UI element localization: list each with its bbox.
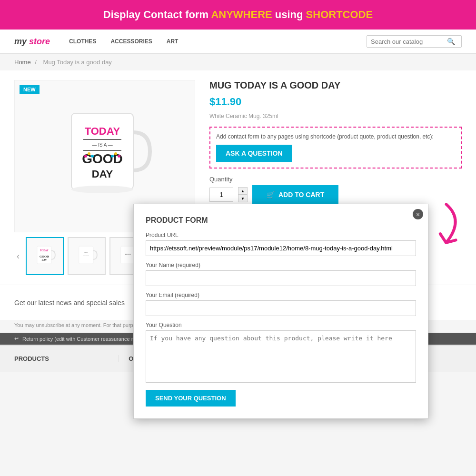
svg-point-9 xyxy=(88,152,90,155)
modal-title: PRODUCT FORM xyxy=(146,216,416,225)
svg-rect-18 xyxy=(79,246,93,264)
svg-text:BEST: BEST xyxy=(85,252,88,253)
svg-text:DAY: DAY xyxy=(92,168,113,180)
svg-point-11 xyxy=(111,155,114,158)
svg-point-1 xyxy=(71,186,133,193)
logo[interactable]: my store xyxy=(14,37,50,47)
svg-text:DAY: DAY xyxy=(42,258,47,261)
nav-clothes[interactable]: CLOTHES xyxy=(69,38,96,45)
new-badge: NEW xyxy=(20,85,40,94)
qty-down-arrow[interactable]: ▼ xyxy=(238,195,248,202)
form-group-email: Your Email (required) xyxy=(146,292,416,316)
modal-close-button[interactable]: × xyxy=(413,209,423,219)
svg-point-10 xyxy=(91,155,94,158)
product-form-modal: × PRODUCT FORM Product URL Your Name (re… xyxy=(133,204,428,419)
svg-text:TODAY: TODAY xyxy=(40,249,49,252)
send-question-button[interactable]: SEND YOUR QUESTION xyxy=(146,390,236,407)
return-text: Return policy (edit with Customer reassu… xyxy=(22,336,146,342)
footer-col-products: PRODUCTS xyxy=(14,355,119,362)
form-group-url: Product URL xyxy=(146,232,416,256)
svg-point-13 xyxy=(118,155,120,158)
product-title: MUG TODAY IS A GOOD DAY xyxy=(209,80,462,91)
qty-up-arrow[interactable]: ▲ xyxy=(238,187,248,195)
mug-svg: TODAY — IS A — GOOD DAY xyxy=(57,94,152,218)
thumbnail-2[interactable]: BESTTO COME xyxy=(68,237,106,275)
shortcode-text: Add contact form to any pages using shor… xyxy=(216,133,455,140)
header: my store CLOTHES ACCESSORIES ART 🔍 xyxy=(0,30,476,54)
svg-point-12 xyxy=(114,152,117,155)
banner-highlight2: SHORTCODE xyxy=(306,9,373,20)
field-input-url[interactable] xyxy=(146,240,416,256)
add-to-cart-button[interactable]: 🛒 ADD TO CART xyxy=(252,185,338,204)
breadcrumb-separator: / xyxy=(35,59,37,66)
footer-col-title-products: PRODUCTS xyxy=(14,355,109,362)
top-banner: Display Contact form ANYWHERE using SHOR… xyxy=(0,0,476,30)
prev-thumb-arrow[interactable]: ‹ xyxy=(14,249,22,264)
main-nav: CLOTHES ACCESSORIES ART xyxy=(69,38,367,45)
field-input-email[interactable] xyxy=(146,300,416,316)
search-icon[interactable]: 🔍 xyxy=(447,38,455,45)
shortcode-box: Add contact form to any pages using shor… xyxy=(209,127,462,169)
ask-question-button[interactable]: ASK A QUESTION xyxy=(216,145,292,162)
field-input-name[interactable] xyxy=(146,270,416,286)
svg-text:— IS A —: — IS A — xyxy=(92,142,112,148)
quantity-arrows: ▲ ▼ xyxy=(238,187,248,202)
field-textarea-question[interactable] xyxy=(146,330,416,383)
search-box[interactable]: 🔍 xyxy=(367,35,462,48)
svg-text:TODAY: TODAY xyxy=(85,125,120,137)
svg-text:BEGINS: BEGINS xyxy=(125,254,131,256)
nav-accessories[interactable]: ACCESSORIES xyxy=(110,38,152,45)
field-label-email: Your Email (required) xyxy=(146,292,416,298)
add-to-cart-label: ADD TO CART xyxy=(278,191,324,198)
banner-text-middle: using xyxy=(272,9,306,20)
form-group-question: Your Question xyxy=(146,322,416,384)
quantity-label: Quantity xyxy=(209,176,462,183)
quantity-row: 1 ▲ ▼ 🛒 ADD TO CART xyxy=(209,185,462,204)
banner-text-before: Display Contact form xyxy=(103,9,211,20)
svg-text:GOOD: GOOD xyxy=(40,255,49,258)
svg-point-8 xyxy=(84,155,87,158)
search-input[interactable] xyxy=(371,38,447,45)
breadcrumb-home[interactable]: Home xyxy=(14,59,31,66)
breadcrumb-current: Mug Today is a good day xyxy=(43,59,112,66)
form-group-name: Your Name (required) xyxy=(146,262,416,286)
main-content: NEW TODAY — IS A — GOOD DAY xyxy=(0,70,476,285)
product-description: White Ceramic Mug. 325ml xyxy=(209,113,462,119)
banner-highlight1: ANYWHERE xyxy=(211,9,272,20)
field-label-question: Your Question xyxy=(146,322,416,328)
newsletter-text: Get our latest news and special sales xyxy=(14,299,125,307)
return-icon: ↩ xyxy=(14,336,19,342)
nav-art[interactable]: ART xyxy=(167,38,178,45)
thumbnail-1[interactable]: TODAYGOODDAY xyxy=(26,237,64,275)
quantity-input[interactable]: 1 xyxy=(209,188,233,202)
field-label-url: Product URL xyxy=(146,232,416,238)
product-price: $11.90 xyxy=(209,96,462,108)
breadcrumb: Home / Mug Today is a good day xyxy=(0,54,476,70)
cart-icon: 🛒 xyxy=(267,191,275,198)
svg-text:TO COME: TO COME xyxy=(83,255,89,257)
field-label-name: Your Name (required) xyxy=(146,262,416,268)
